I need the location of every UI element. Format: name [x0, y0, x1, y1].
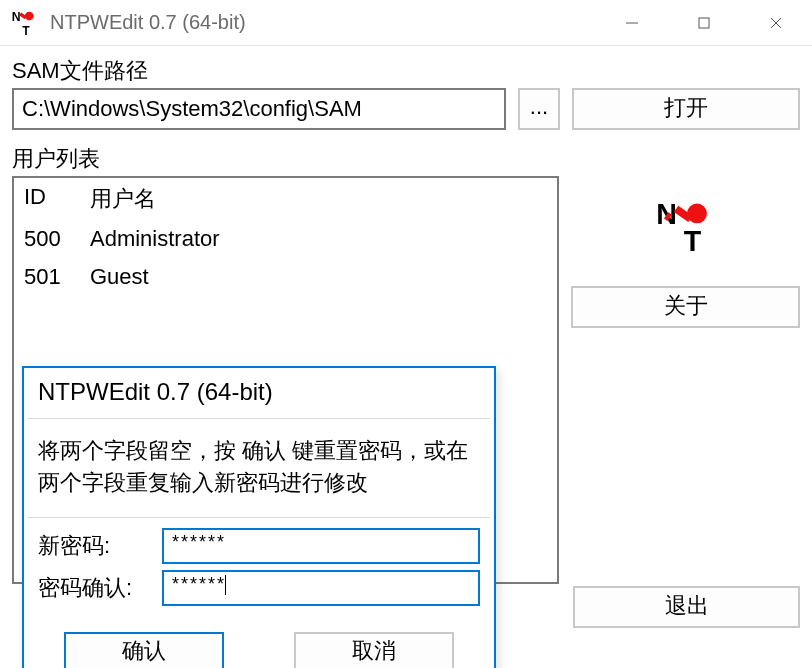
svg-text:N: N — [656, 198, 677, 230]
browse-button[interactable]: ... — [518, 88, 560, 130]
col-id-header: ID — [24, 184, 90, 214]
window-title: NTPWEdit 0.7 (64-bit) — [50, 11, 596, 34]
exit-button[interactable]: 退出 — [573, 586, 800, 628]
dialog-title: NTPWEdit 0.7 (64-bit) — [24, 368, 494, 408]
table-row[interactable]: 501Guest — [14, 258, 557, 296]
confirm-password-input[interactable]: ****** — [162, 570, 480, 606]
window-controls — [596, 0, 812, 45]
user-id: 500 — [24, 226, 90, 252]
svg-point-9 — [687, 203, 707, 223]
titlebar: N T NTPWEdit 0.7 (64-bit) — [0, 0, 812, 46]
userlist-header: ID 用户名 — [14, 178, 557, 220]
new-password-input[interactable]: ****** — [162, 528, 480, 564]
app-icon: N T — [10, 9, 38, 37]
col-name-header: 用户名 — [90, 184, 547, 214]
ok-button[interactable]: 确认 — [64, 632, 224, 668]
user-name: Administrator — [90, 226, 547, 252]
user-id: 501 — [24, 264, 90, 290]
svg-text:N: N — [12, 10, 21, 24]
close-button[interactable] — [740, 0, 812, 46]
minimize-button[interactable] — [596, 0, 668, 46]
new-password-label: 新密码: — [38, 531, 150, 561]
svg-text:T: T — [683, 224, 701, 252]
cancel-button[interactable]: 取消 — [294, 632, 454, 668]
sam-path-label: SAM文件路径 — [12, 56, 800, 86]
dialog-message: 将两个字段留空，按 确认 键重置密码，或在两个字段重复输入新密码进行修改 — [24, 419, 494, 507]
open-button[interactable]: 打开 — [572, 88, 800, 130]
confirm-password-label: 密码确认: — [38, 573, 150, 603]
app-logo: N T — [571, 182, 800, 268]
svg-text:T: T — [22, 24, 30, 37]
sam-path-input[interactable] — [12, 88, 506, 130]
svg-rect-5 — [699, 18, 709, 28]
password-dialog: NTPWEdit 0.7 (64-bit) 将两个字段留空，按 确认 键重置密码… — [22, 366, 496, 668]
user-name: Guest — [90, 264, 547, 290]
table-row[interactable]: 500Administrator — [14, 220, 557, 258]
about-button[interactable]: 关于 — [571, 286, 800, 328]
maximize-button[interactable] — [668, 0, 740, 46]
userlist-label: 用户列表 — [12, 144, 800, 174]
